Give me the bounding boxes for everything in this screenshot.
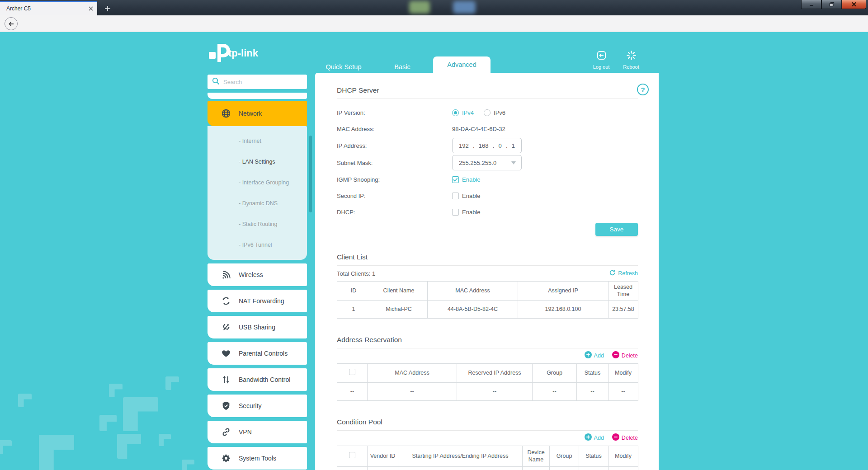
submenu-item-dynamic-dns[interactable]: - Dynamic DNS bbox=[208, 193, 307, 214]
ip-address-label: IP Address: bbox=[337, 142, 452, 149]
dhcp-label: DHCP: bbox=[337, 209, 452, 216]
sidebar-search-input[interactable] bbox=[223, 79, 303, 85]
window-controls bbox=[801, 0, 866, 9]
ip-address-input[interactable]: 192. 168. 0. 1 bbox=[452, 138, 522, 153]
delete-icon bbox=[612, 433, 619, 442]
close-button[interactable] bbox=[842, 0, 866, 9]
section-title: Address Reservation bbox=[337, 336, 638, 344]
sidebar: Network - Internet - LAN Settings - Inte… bbox=[208, 75, 307, 470]
tab-close-icon[interactable] bbox=[88, 6, 94, 11]
sidebar-item-network[interactable]: Network bbox=[208, 101, 307, 126]
deco-square bbox=[109, 384, 123, 397]
select-all-checkbox[interactable] bbox=[349, 452, 355, 458]
tab-basic[interactable]: Basic bbox=[384, 60, 420, 74]
column-header: Modify bbox=[609, 446, 638, 467]
submenu-item-internet[interactable]: - Internet bbox=[208, 131, 307, 151]
browser-tab[interactable]: Archer C5 bbox=[0, 1, 97, 15]
help-icon[interactable]: ? bbox=[637, 84, 649, 95]
igmp-enable-checkbox[interactable] bbox=[452, 176, 459, 183]
sidebar-item-system-tools[interactable]: System Tools bbox=[208, 447, 307, 470]
condition-pool-table: Vendor ID Starting IP Address/Ending IP … bbox=[337, 446, 638, 470]
globe-icon bbox=[221, 108, 231, 118]
sidebar-item-wireless[interactable]: Wireless bbox=[208, 263, 307, 286]
deco-square bbox=[123, 397, 158, 431]
column-header: Starting IP Address/Ending IP Address bbox=[398, 446, 523, 467]
sidebar-item-label: NAT Forwarding bbox=[239, 297, 284, 305]
section-title: Condition Pool bbox=[337, 418, 638, 426]
deco-square bbox=[182, 460, 194, 470]
sidebar-search-box[interactable] bbox=[208, 75, 307, 89]
column-header: Modify bbox=[609, 364, 638, 383]
deco-square bbox=[99, 415, 117, 431]
cell-id: 1 bbox=[337, 301, 370, 319]
column-header: Status bbox=[579, 446, 609, 467]
back-button[interactable] bbox=[5, 17, 18, 30]
sidebar-item-partial[interactable] bbox=[208, 93, 307, 99]
igmp-snooping-label: IGMP Snooping: bbox=[337, 176, 452, 183]
tab-quick-setup[interactable]: Quick Setup bbox=[312, 60, 375, 74]
section-title: Client List bbox=[337, 253, 638, 261]
ipv6-label: IPv6 bbox=[494, 109, 505, 116]
address-reservation-table: MAC Address Reserved IP Address Group St… bbox=[337, 363, 638, 401]
igmp-enable-label: Enable bbox=[462, 176, 480, 183]
second-ip-enable-label: Enable bbox=[462, 193, 480, 199]
section-client-list: Client List Total Clients: 1 Refresh ID … bbox=[337, 253, 638, 319]
maximize-button[interactable] bbox=[821, 0, 842, 9]
sidebar-item-security[interactable]: Security bbox=[208, 395, 307, 417]
sidebar-item-label: VPN bbox=[239, 428, 252, 436]
ipv6-radio[interactable] bbox=[484, 109, 491, 116]
sidebar-item-usb-sharing[interactable]: USB Sharing bbox=[208, 316, 307, 338]
submenu-item-static-routing[interactable]: - Static Routing bbox=[208, 214, 307, 235]
reboot-button[interactable]: Reboot bbox=[617, 50, 646, 70]
ipv4-radio[interactable] bbox=[452, 109, 459, 116]
search-icon bbox=[212, 77, 220, 87]
submenu-item-lan-settings[interactable]: - LAN Settings bbox=[208, 151, 307, 172]
browser-titlebar: Archer C5 bbox=[0, 0, 868, 15]
refresh-button[interactable]: Refresh bbox=[609, 269, 638, 277]
client-list-table: ID Client Name MAC Address Assigned IP L… bbox=[337, 281, 638, 319]
second-ip-enable-checkbox[interactable] bbox=[452, 193, 459, 199]
add-icon bbox=[585, 351, 592, 360]
deco-square bbox=[159, 434, 171, 446]
chevron-down-icon bbox=[511, 161, 516, 164]
dhcp-enable-checkbox[interactable] bbox=[452, 209, 459, 216]
column-header: Group bbox=[550, 446, 579, 467]
sidebar-item-parental-controls[interactable]: Parental Controls bbox=[208, 342, 307, 365]
minimize-button[interactable] bbox=[801, 0, 821, 9]
section-address-reservation: Address Reservation Add Delete bbox=[337, 336, 638, 401]
subnet-mask-select[interactable]: 255.255.255.0 bbox=[452, 155, 522, 170]
section-dhcp-server: DHCP Server IP Version: IPv4 IPv6 MAC Ad… bbox=[337, 73, 638, 236]
select-all-checkbox[interactable] bbox=[349, 369, 355, 375]
tab-advanced[interactable]: Advanced bbox=[433, 56, 491, 73]
cell-leased-time: 23:57:58 bbox=[609, 301, 638, 319]
logout-button[interactable]: Log out bbox=[587, 50, 616, 70]
column-header: MAC Address bbox=[428, 282, 518, 301]
save-button[interactable]: Save bbox=[595, 223, 638, 236]
submenu-item-ipv6-tunnel[interactable]: - IPv6 Tunnel bbox=[208, 235, 307, 255]
add-button[interactable]: Add bbox=[585, 351, 604, 360]
sidebar-item-label: Parental Controls bbox=[239, 350, 288, 357]
sidebar-scrollbar[interactable] bbox=[309, 136, 312, 212]
section-condition-pool: Condition Pool Add Delete bbox=[337, 418, 638, 470]
delete-button[interactable]: Delete bbox=[612, 433, 638, 442]
sidebar-item-bandwidth-control[interactable]: Bandwidth Control bbox=[208, 368, 307, 391]
table-row: -- -- -- -- -- -- bbox=[337, 383, 638, 401]
reboot-icon bbox=[626, 50, 637, 62]
add-button[interactable]: Add bbox=[585, 433, 604, 442]
svg-text:tp-link: tp-link bbox=[228, 47, 259, 59]
section-title: DHCP Server bbox=[337, 86, 638, 94]
submenu-item-interface-grouping[interactable]: - Interface Grouping bbox=[208, 172, 307, 193]
dhcp-enable-label: Enable bbox=[462, 209, 480, 216]
new-tab-button[interactable] bbox=[101, 3, 114, 14]
sidebar-item-nat-forwarding[interactable]: NAT Forwarding bbox=[208, 290, 307, 312]
cell-assigned-ip: 192.168.0.100 bbox=[518, 301, 609, 319]
link-icon bbox=[221, 427, 231, 437]
gear-icon bbox=[221, 453, 231, 463]
sidebar-item-label: System Tools bbox=[239, 455, 276, 462]
delete-icon bbox=[612, 351, 619, 360]
desktop-icon-blur bbox=[453, 1, 476, 14]
sidebar-item-label: USB Sharing bbox=[239, 324, 275, 331]
sidebar-item-vpn[interactable]: VPN bbox=[208, 421, 307, 443]
delete-button[interactable]: Delete bbox=[612, 351, 638, 360]
cell-mac: 44-8A-5B-D5-82-4C bbox=[428, 301, 518, 319]
